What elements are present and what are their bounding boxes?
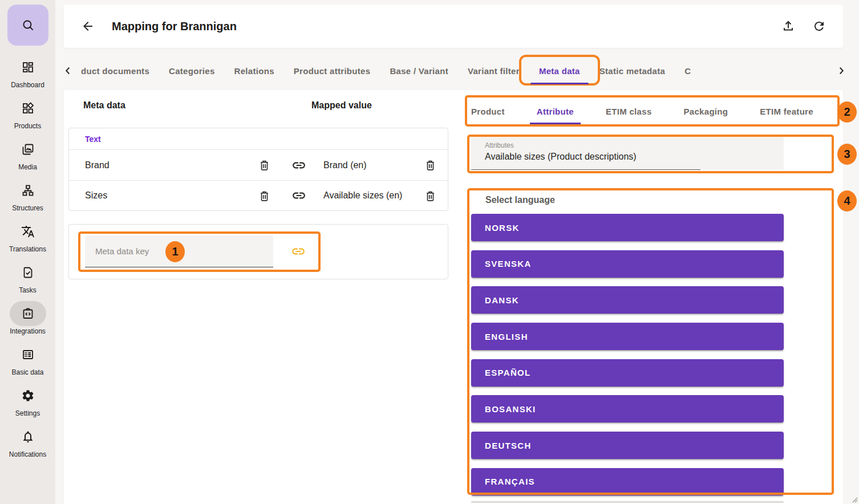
select-language-heading: Select language	[485, 195, 555, 205]
sidebar-item-integrations[interactable]: Integrations	[0, 301, 55, 335]
tab-attribute[interactable]: Attribute	[521, 98, 590, 124]
mapping-link-button[interactable]	[291, 188, 306, 203]
tab-etim-class[interactable]: ETIM class	[590, 98, 668, 124]
tab-static-metadata[interactable]: Static metadata	[590, 55, 675, 87]
refresh-button[interactable]	[812, 19, 826, 33]
resize-corner-icon	[851, 496, 858, 503]
trash-icon	[258, 158, 271, 172]
page-title: Mapping for Brannigan	[112, 20, 237, 33]
meta-key-sizes: Sizes	[69, 190, 247, 201]
sidebar-item-label: Dashboard	[11, 81, 44, 89]
delete-mapped-value-button[interactable]	[424, 189, 437, 202]
sidebar-item-basic-data[interactable]: Basic data	[0, 342, 55, 376]
sidebar-item-tasks[interactable]: Tasks	[0, 260, 55, 294]
upload-icon	[781, 19, 795, 33]
task-check-icon	[21, 266, 35, 279]
bell-icon	[21, 430, 35, 444]
new-mapping-card	[68, 224, 448, 279]
sidebar-item-label: Translations	[9, 245, 46, 253]
language-button-english[interactable]: ENGLISH	[471, 323, 784, 350]
sidebar-item-label: Media	[18, 163, 37, 171]
tab-categories[interactable]: Categories	[159, 55, 225, 87]
tab-relations[interactable]: Relations	[225, 55, 284, 87]
language-button-norsk[interactable]: NORSK	[471, 214, 784, 241]
refresh-icon	[812, 19, 826, 33]
mapping-source-tabs: Product Attribute ETIM class Packaging E…	[469, 98, 829, 124]
page-tabbar: duct documents Categories Relations Prod…	[59, 55, 850, 87]
translate-icon	[21, 225, 35, 238]
sidebar-item-label: Notifications	[9, 450, 46, 458]
meta-key-brand: Brand	[69, 160, 247, 170]
link-icon	[291, 244, 306, 259]
table-group-row: Text	[69, 128, 448, 150]
tab-meta-data[interactable]: Meta data	[529, 55, 590, 87]
language-button-francais[interactable]: FRANÇAIS	[471, 468, 784, 495]
delete-meta-key-button[interactable]	[258, 158, 271, 172]
sidebar-item-label: Structures	[12, 204, 43, 212]
tab-packaging[interactable]: Packaging	[668, 98, 744, 124]
trash-icon	[424, 158, 437, 172]
attributes-select-label: Attributes	[485, 141, 514, 149]
mapping-link-button[interactable]	[291, 158, 306, 173]
language-list: NORSK SVENSKA DANSK ENGLISH ESPAÑOL BOSA…	[471, 214, 784, 495]
tree-icon	[21, 184, 35, 197]
tab-base-variant[interactable]: Base / Variant	[380, 55, 458, 87]
table-rows-icon	[21, 348, 35, 361]
language-button-dansk[interactable]: DANSK	[471, 286, 784, 314]
tabs-scroll-right-button[interactable]	[833, 64, 850, 77]
gear-icon	[21, 389, 35, 403]
sidebar-item-dashboard[interactable]: Dashboard	[0, 55, 55, 89]
sidebar-item-label: Integrations	[10, 327, 46, 335]
tab-product[interactable]: Product	[469, 98, 521, 124]
mapped-value-available-sizes-en: Available sizes (en)	[317, 190, 411, 201]
sidebar-item-notifications[interactable]: Notifications	[0, 424, 55, 458]
back-button[interactable]	[81, 19, 95, 33]
sidebar-item-media[interactable]: Media	[0, 137, 55, 171]
column-header-mapped-value: Mapped value	[311, 100, 372, 111]
page-header: Mapping for Brannigan	[64, 5, 843, 48]
sidebar-item-settings[interactable]: Settings	[0, 383, 55, 417]
tab-variant-filter[interactable]: Variant filter	[458, 55, 529, 87]
group-label: Text	[69, 135, 101, 144]
sidebar-item-label: Tasks	[19, 286, 37, 294]
meta-data-key-input[interactable]	[85, 235, 273, 267]
language-button-svenska[interactable]: SVENSKA	[471, 250, 784, 278]
sidebar-nav: Dashboard Products Media	[0, 55, 55, 458]
tab-product-attributes[interactable]: Product attributes	[284, 55, 380, 87]
link-icon	[291, 188, 306, 203]
export-button[interactable]	[781, 19, 795, 33]
tab-etim-feature[interactable]: ETIM feature	[744, 98, 829, 124]
column-header-meta-data: Meta data	[83, 100, 125, 111]
tabs-scroll-left-button[interactable]	[59, 64, 76, 77]
sidebar: Dashboard Products Media	[0, 0, 55, 504]
mapping-table: Text Brand Brand (en)	[68, 128, 448, 211]
tab-product-documents[interactable]: duct documents	[76, 55, 159, 87]
dashboard-icon	[21, 60, 35, 74]
sidebar-item-label: Settings	[15, 409, 40, 417]
search-icon	[21, 18, 35, 32]
language-button-bosanski[interactable]: BOSANSKI	[471, 395, 784, 422]
mapped-value-brand-en: Brand (en)	[317, 160, 411, 170]
attributes-select[interactable]: Attributes Available sizes (Product desc…	[471, 137, 784, 170]
sidebar-item-translations[interactable]: Translations	[0, 219, 55, 253]
search-button[interactable]	[7, 5, 48, 46]
trash-icon	[424, 189, 437, 202]
trash-icon	[258, 189, 271, 202]
chevron-right-icon	[835, 64, 848, 77]
sidebar-item-structures[interactable]: Structures	[0, 178, 55, 212]
sidebar-item-label: Basic data	[11, 368, 43, 376]
tab-truncated[interactable]: C	[675, 55, 700, 87]
delete-meta-key-button[interactable]	[258, 189, 271, 202]
sidebar-item-products[interactable]: Products	[0, 96, 55, 130]
widgets-icon	[21, 101, 35, 115]
back-arrow-icon	[81, 19, 95, 33]
next-language-button-edge	[471, 501, 784, 503]
integration-code-icon	[21, 307, 35, 320]
delete-mapped-value-button[interactable]	[424, 158, 437, 172]
create-mapping-link-button[interactable]	[286, 239, 311, 264]
table-row: Brand Brand (en)	[69, 150, 448, 180]
language-button-deutsch[interactable]: DEUTSCH	[471, 432, 784, 459]
attributes-select-value: Available sizes (Product descriptions)	[485, 152, 637, 162]
language-button-espanol[interactable]: ESPAÑOL	[471, 359, 784, 387]
table-row: Sizes Available sizes (en)	[69, 180, 448, 210]
